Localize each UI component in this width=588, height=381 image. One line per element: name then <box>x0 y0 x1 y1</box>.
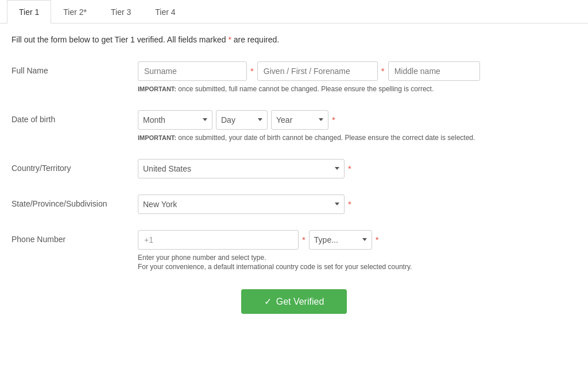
intro-after: verified. All fields marked <box>135 35 229 44</box>
tab-tier3[interactable]: Tier 3 <box>99 0 143 24</box>
phone-fields: * Type... Mobile Home Work * Enter your … <box>138 230 577 273</box>
dob-note-strong: IMPORTANT: <box>138 134 176 141</box>
full-name-fields: * * IMPORTANT: once submitted, full name… <box>138 61 577 94</box>
phone-label: Phone Number <box>11 230 138 244</box>
dob-label: Date of birth <box>11 110 138 124</box>
full-name-label: Full Name <box>11 61 138 75</box>
given-required: * <box>381 61 385 81</box>
dob-note: IMPORTANT: once submitted, your date of … <box>138 133 577 143</box>
full-name-note-strong: IMPORTANT: <box>138 85 176 92</box>
checkmark-icon: ✓ <box>264 296 272 307</box>
page-container: Tier 1 Tier 2* Tier 3 Tier 4 Fill out th… <box>0 0 588 331</box>
phone-note: Enter your phone number and select type.… <box>138 253 577 273</box>
country-row: United States Canada United Kingdom Aust… <box>138 159 577 178</box>
dob-row: Month JanuaryFebruaryMarch AprilMayJune … <box>138 110 577 130</box>
state-row: New York California Texas Florida * <box>138 195 577 214</box>
get-verified-button[interactable]: ✓ Get Verified <box>241 289 347 314</box>
tab-tier1[interactable]: Tier 1 <box>7 0 51 24</box>
full-name-note-text: once submitted, full name cannot be chan… <box>176 85 434 93</box>
state-label: State/Province/Subdivision <box>11 195 138 208</box>
state-fields: New York California Texas Florida * <box>138 195 577 214</box>
country-fields: United States Canada United Kingdom Aust… <box>138 159 577 178</box>
form-content: Fill out the form below to get Tier 1 ve… <box>0 24 588 331</box>
dob-fields: Month JanuaryFebruaryMarch AprilMayJune … <box>138 110 577 143</box>
intro-text: Fill out the form below to get Tier 1 ve… <box>11 35 577 44</box>
month-select[interactable]: Month JanuaryFebruaryMarch AprilMayJune … <box>138 110 212 130</box>
state-required: * <box>348 195 351 214</box>
submit-label: Get Verified <box>276 297 324 307</box>
tab-tier2[interactable]: Tier 2* <box>51 0 99 24</box>
intro-before: Fill out the form below to get <box>11 35 115 44</box>
phone-row: * Type... Mobile Home Work * <box>138 230 577 250</box>
phone-group: Phone Number * Type... Mobile Home Work … <box>11 230 577 273</box>
intro-end: are required. <box>231 35 279 44</box>
phone-note-line2: For your convenience, a default internat… <box>138 263 412 271</box>
full-name-group: Full Name * * IMPORTANT: once submitted,… <box>11 61 577 94</box>
phone-type-required: * <box>376 230 379 250</box>
phone-input[interactable] <box>138 230 299 250</box>
country-label: Country/Territory <box>11 159 138 173</box>
country-select[interactable]: United States Canada United Kingdom Aust… <box>138 159 345 178</box>
country-required: * <box>348 159 351 178</box>
dob-group: Date of birth Month JanuaryFebruaryMarch… <box>11 110 577 143</box>
submit-row: ✓ Get Verified <box>11 289 577 314</box>
phone-type-select[interactable]: Type... Mobile Home Work <box>309 230 372 250</box>
state-select[interactable]: New York California Texas Florida <box>138 195 345 214</box>
phone-required: * <box>302 230 305 250</box>
year-select[interactable]: Year <box>271 110 328 130</box>
tabs-bar: Tier 1 Tier 2* Tier 3 Tier 4 <box>0 0 588 24</box>
tab-tier4[interactable]: Tier 4 <box>143 0 187 24</box>
country-group: Country/Territory United States Canada U… <box>11 159 577 178</box>
given-name-input[interactable] <box>257 61 378 81</box>
full-name-row: * * <box>138 61 577 81</box>
day-select[interactable]: Day <box>216 110 268 130</box>
middle-name-input[interactable] <box>388 61 480 81</box>
dob-note-text: once submitted, your date of birth canno… <box>176 134 475 142</box>
phone-note-line1: Enter your phone number and select type. <box>138 254 266 262</box>
state-group: State/Province/Subdivision New York Cali… <box>11 195 577 214</box>
intro-tier: Tier 1 <box>115 35 135 44</box>
surname-input[interactable] <box>138 61 247 81</box>
dob-required: * <box>332 110 335 130</box>
full-name-note: IMPORTANT: once submitted, full name can… <box>138 84 577 94</box>
surname-required: * <box>250 61 254 81</box>
